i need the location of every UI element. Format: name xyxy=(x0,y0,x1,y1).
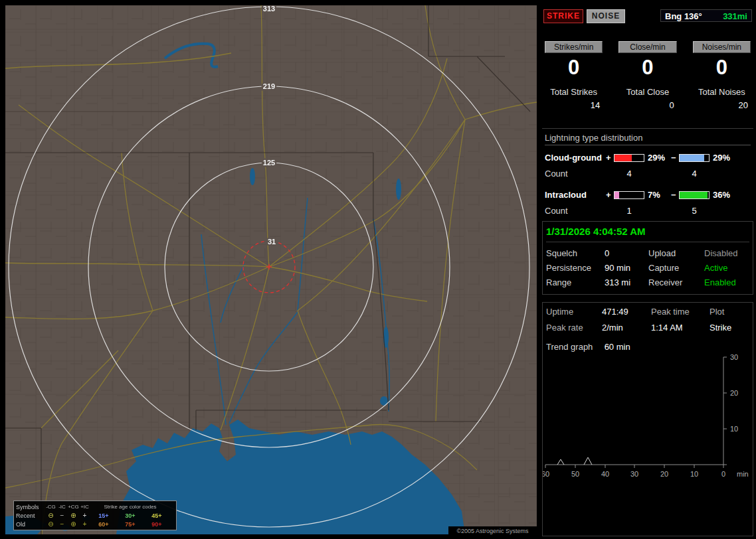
ring-label-31: 31 xyxy=(268,238,276,246)
recent-neg-cg-icon: ⊖ xyxy=(45,512,56,519)
plus-sign: + xyxy=(606,153,614,163)
cg-positive-bar-fill xyxy=(614,155,632,161)
upload-label: Upload xyxy=(648,248,704,258)
age-30: 30+ xyxy=(117,512,143,519)
x-tick-20: 20 xyxy=(660,470,668,478)
uptime-label: Uptime xyxy=(546,307,602,317)
legend-col-neg-ic: -IC xyxy=(56,504,68,510)
legend-old-label: Old xyxy=(16,521,45,528)
receiver-label: Receiver xyxy=(648,277,704,287)
age-45: 45+ xyxy=(143,512,170,519)
copyright-notice: ©2005 Astrogenic Systems xyxy=(448,526,537,536)
noise-mode-button[interactable]: NOISE xyxy=(587,9,625,23)
cloud-ground-row: Cloud-ground + 29% − 29% xyxy=(545,153,751,163)
age-15: 15+ xyxy=(90,512,117,519)
cg-negative-count: 4 xyxy=(679,169,709,179)
uptime-value: 471:49 xyxy=(602,307,651,317)
old-pos-cg-icon: ⊕ xyxy=(68,521,79,528)
cg-positive-bar xyxy=(614,154,644,162)
legend-header-row: Symbols -CG -IC +CG +IC Strike age color… xyxy=(16,502,174,511)
old-neg-cg-icon: ⊖ xyxy=(45,521,56,528)
strikes-per-min-column: Strikes/min 0 Total Strikes 14 xyxy=(545,41,603,110)
close-per-min-column: Close/min 0 Total Close 0 xyxy=(618,41,676,110)
cg-positive-count: 4 xyxy=(614,169,644,179)
minus-sign: − xyxy=(671,190,679,200)
noises-per-min-column: Noises/min 0 Total Noises 20 xyxy=(693,41,751,110)
legend-col-neg-cg: -CG xyxy=(45,504,56,510)
noises-per-min-label: Noises/min xyxy=(693,41,751,53)
persistence-value: 90 min xyxy=(605,263,648,273)
age-60: 60+ xyxy=(90,521,117,528)
ring-label-219: 219 xyxy=(263,82,275,90)
bearing-distance: 331mi xyxy=(723,10,747,23)
lightning-distribution-section: Lightning type distribution Cloud-ground… xyxy=(539,133,756,216)
ic-negative-pct: 36% xyxy=(709,190,736,200)
range-value: 313 mi xyxy=(605,277,648,287)
weather-map[interactable]: 313 219 125 31 xyxy=(5,5,537,534)
map-area[interactable]: 313 219 125 31 Symbols -CG -IC +CG +IC S… xyxy=(5,5,537,534)
x-tick-0: 0 xyxy=(721,470,725,478)
recent-pos-cg-icon: ⊕ xyxy=(68,512,79,519)
total-strikes-label: Total Strikes xyxy=(545,87,603,97)
ic-positive-bar-fill xyxy=(614,192,619,198)
status-panel: STRIKE NOISE Bng 136° 331mi Strikes/min … xyxy=(539,0,756,539)
total-close-label: Total Close xyxy=(618,87,676,97)
cg-negative-bar xyxy=(679,154,709,162)
x-tick-40: 40 xyxy=(601,470,609,478)
capture-label: Capture xyxy=(648,263,704,273)
current-datetime: 1/31/2026 4:04:52 AM xyxy=(546,226,749,242)
system-settings-section: 1/31/2026 4:04:52 AM Squelch 0 Upload Di… xyxy=(542,221,753,295)
strike-trend-graph: 30 20 10 60 50 40 30 20 10 0 min xyxy=(543,350,753,487)
count-label: Count xyxy=(545,169,606,179)
app-window: 313 219 125 31 Symbols -CG -IC +CG +IC S… xyxy=(0,0,756,539)
y-tick-20: 20 xyxy=(730,389,738,397)
legend-old-row: Old ⊖ − ⊕ + 60+ 75+ 90+ xyxy=(16,520,174,528)
count-label: Count xyxy=(545,206,606,216)
peak-time-label: Peak time xyxy=(651,307,709,317)
receiver-status: Enabled xyxy=(704,277,749,287)
close-per-min-label: Close/min xyxy=(618,41,676,53)
cloud-ground-count-row: Count 4 4 xyxy=(545,169,751,179)
intracloud-row: Intracloud + 7% − 36% xyxy=(545,190,751,200)
intracloud-count-row: Count 1 5 xyxy=(545,206,751,216)
map-legend: Symbols -CG -IC +CG +IC Strike age color… xyxy=(13,501,177,530)
recent-neg-ic-icon: − xyxy=(56,512,68,519)
cg-negative-bar-fill xyxy=(680,155,704,161)
strike-mode-button[interactable]: STRIKE xyxy=(543,9,583,23)
cg-negative-pct: 29% xyxy=(709,153,736,163)
squelch-label: Squelch xyxy=(546,248,605,258)
squelch-value: 0 xyxy=(605,248,648,258)
total-close-value: 0 xyxy=(618,100,676,110)
legend-recent-row: Recent ⊖ − ⊕ + 15+ 30+ 45+ xyxy=(16,511,174,520)
legend-col-pos-ic: +IC xyxy=(79,504,90,510)
cloud-ground-label: Cloud-ground xyxy=(545,153,606,163)
uptime-trend-section: Uptime 471:49 Peak time Plot Peak rate 2… xyxy=(542,302,753,536)
ring-label-313: 313 xyxy=(263,5,275,13)
old-neg-ic-icon: − xyxy=(56,521,68,528)
strikes-per-min-value: 0 xyxy=(545,56,603,80)
peak-rate-value: 2/min xyxy=(602,323,651,333)
x-ticks xyxy=(545,465,723,468)
persistence-label: Persistence xyxy=(546,263,605,273)
peak-rate-label: Peak rate xyxy=(546,323,602,333)
plot-label: Plot xyxy=(709,307,749,317)
section-divider xyxy=(542,128,753,129)
distribution-title: Lightning type distribution xyxy=(545,133,751,145)
total-noises-label: Total Noises xyxy=(693,87,751,97)
y-ticks xyxy=(723,357,727,465)
x-tick-60: 60 xyxy=(543,470,549,478)
plot-value: Strike xyxy=(709,323,749,333)
x-axis-unit: min xyxy=(737,470,749,478)
y-tick-30: 30 xyxy=(730,353,738,361)
plus-sign: + xyxy=(606,190,614,200)
upload-status: Disabled xyxy=(704,248,749,258)
cg-positive-pct: 29% xyxy=(644,153,671,163)
rate-counters: Strikes/min 0 Total Strikes 14 Close/min… xyxy=(539,41,756,110)
total-strikes-value: 14 xyxy=(545,100,603,110)
strikes-per-min-label: Strikes/min xyxy=(545,41,603,53)
age-75: 75+ xyxy=(117,521,143,528)
noises-per-min-value: 0 xyxy=(693,56,751,80)
peak-time-value: 1:14 AM xyxy=(651,323,709,333)
y-tick-10: 10 xyxy=(730,425,738,433)
x-tick-50: 50 xyxy=(571,470,579,478)
